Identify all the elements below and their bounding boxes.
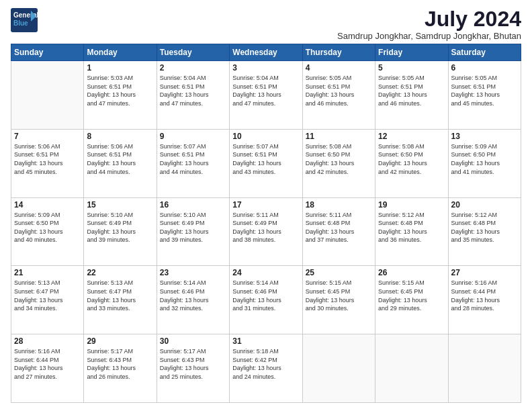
day-content: Sunrise: 5:14 AM Sunset: 6:46 PM Dayligh… <box>160 279 226 312</box>
day-content: Sunrise: 5:05 AM Sunset: 6:51 PM Dayligh… <box>451 74 518 107</box>
header-tuesday: Tuesday <box>157 44 229 61</box>
calendar-table: Sunday Monday Tuesday Wednesday Thursday… <box>11 44 521 403</box>
day-number: 11 <box>306 132 372 141</box>
table-row: 8Sunrise: 5:06 AM Sunset: 6:51 PM Daylig… <box>84 129 157 197</box>
table-row <box>11 61 84 130</box>
table-row: 13Sunrise: 5:09 AM Sunset: 6:50 PM Dayli… <box>448 129 521 197</box>
table-row: 15Sunrise: 5:10 AM Sunset: 6:49 PM Dayli… <box>84 197 157 266</box>
day-number: 18 <box>306 200 372 210</box>
table-row: 26Sunrise: 5:15 AM Sunset: 6:45 PM Dayli… <box>375 266 448 334</box>
day-content: Sunrise: 5:16 AM Sunset: 6:44 PM Dayligh… <box>451 279 518 312</box>
day-number: 1 <box>87 63 153 73</box>
day-content: Sunrise: 5:04 AM Sunset: 6:51 PM Dayligh… <box>160 74 226 107</box>
day-content: Sunrise: 5:09 AM Sunset: 6:50 PM Dayligh… <box>14 211 81 244</box>
day-content: Sunrise: 5:18 AM Sunset: 6:42 PM Dayligh… <box>232 347 299 381</box>
table-row: 9Sunrise: 5:07 AM Sunset: 6:51 PM Daylig… <box>157 129 229 197</box>
month-year-title: July 2024 <box>337 8 521 30</box>
day-number: 19 <box>378 200 445 210</box>
calendar-week-row: 28Sunrise: 5:16 AM Sunset: 6:44 PM Dayli… <box>11 334 521 403</box>
table-row: 28Sunrise: 5:16 AM Sunset: 6:44 PM Dayli… <box>11 334 84 403</box>
calendar-week-row: 1Sunrise: 5:03 AM Sunset: 6:51 PM Daylig… <box>11 61 521 130</box>
calendar-header-row: Sunday Monday Tuesday Wednesday Thursday… <box>11 44 521 61</box>
day-number: 22 <box>87 268 153 277</box>
day-number: 16 <box>160 200 226 210</box>
header-monday: Monday <box>84 44 157 61</box>
header: General Blue July 2024 Samdrup Jongkhar,… <box>11 8 521 41</box>
day-number: 2 <box>160 63 226 73</box>
table-row: 23Sunrise: 5:14 AM Sunset: 6:46 PM Dayli… <box>157 266 229 334</box>
day-number: 30 <box>160 336 226 346</box>
table-row: 3Sunrise: 5:04 AM Sunset: 6:51 PM Daylig… <box>230 61 302 130</box>
day-number: 25 <box>306 268 372 277</box>
day-number: 20 <box>451 200 518 210</box>
day-number: 3 <box>232 63 299 73</box>
page: General Blue July 2024 Samdrup Jongkhar,… <box>0 0 532 411</box>
table-row: 22Sunrise: 5:13 AM Sunset: 6:47 PM Dayli… <box>84 266 157 334</box>
day-content: Sunrise: 5:03 AM Sunset: 6:51 PM Dayligh… <box>87 74 153 107</box>
day-content: Sunrise: 5:10 AM Sunset: 6:49 PM Dayligh… <box>160 211 226 244</box>
table-row: 16Sunrise: 5:10 AM Sunset: 6:49 PM Dayli… <box>157 197 229 266</box>
day-content: Sunrise: 5:10 AM Sunset: 6:49 PM Dayligh… <box>87 211 153 244</box>
day-number: 14 <box>14 200 81 210</box>
day-number: 7 <box>14 132 81 141</box>
day-number: 9 <box>160 132 226 141</box>
day-content: Sunrise: 5:13 AM Sunset: 6:47 PM Dayligh… <box>87 279 153 312</box>
day-number: 27 <box>451 268 518 277</box>
location-text: Samdrup Jongkhar, Samdrup Jongkhar, Bhut… <box>337 31 521 41</box>
table-row: 14Sunrise: 5:09 AM Sunset: 6:50 PM Dayli… <box>11 197 84 266</box>
svg-text:Blue: Blue <box>13 19 28 27</box>
table-row: 12Sunrise: 5:08 AM Sunset: 6:50 PM Dayli… <box>375 129 448 197</box>
table-row: 6Sunrise: 5:05 AM Sunset: 6:51 PM Daylig… <box>448 61 521 130</box>
table-row: 5Sunrise: 5:05 AM Sunset: 6:51 PM Daylig… <box>375 61 448 130</box>
day-number: 24 <box>232 268 299 277</box>
day-number: 17 <box>232 200 299 210</box>
table-row: 7Sunrise: 5:06 AM Sunset: 6:51 PM Daylig… <box>11 129 84 197</box>
table-row: 30Sunrise: 5:17 AM Sunset: 6:43 PM Dayli… <box>157 334 229 403</box>
logo: General Blue <box>11 8 38 32</box>
calendar-week-row: 7Sunrise: 5:06 AM Sunset: 6:51 PM Daylig… <box>11 129 521 197</box>
day-number: 5 <box>378 63 445 73</box>
day-number: 31 <box>232 336 299 346</box>
table-row: 19Sunrise: 5:12 AM Sunset: 6:48 PM Dayli… <box>375 197 448 266</box>
day-number: 28 <box>14 336 81 346</box>
table-row: 27Sunrise: 5:16 AM Sunset: 6:44 PM Dayli… <box>448 266 521 334</box>
table-row <box>302 334 375 403</box>
table-row <box>448 334 521 403</box>
day-number: 21 <box>14 268 81 277</box>
day-content: Sunrise: 5:08 AM Sunset: 6:50 PM Dayligh… <box>378 142 445 176</box>
title-section: July 2024 Samdrup Jongkhar, Samdrup Jong… <box>337 8 521 41</box>
table-row: 11Sunrise: 5:08 AM Sunset: 6:50 PM Dayli… <box>302 129 375 197</box>
day-content: Sunrise: 5:11 AM Sunset: 6:49 PM Dayligh… <box>232 211 299 244</box>
table-row: 4Sunrise: 5:05 AM Sunset: 6:51 PM Daylig… <box>302 61 375 130</box>
day-content: Sunrise: 5:05 AM Sunset: 6:51 PM Dayligh… <box>306 74 372 107</box>
day-number: 10 <box>232 132 299 141</box>
day-content: Sunrise: 5:13 AM Sunset: 6:47 PM Dayligh… <box>14 279 81 312</box>
day-number: 29 <box>87 336 153 346</box>
day-content: Sunrise: 5:14 AM Sunset: 6:46 PM Dayligh… <box>232 279 299 312</box>
table-row: 24Sunrise: 5:14 AM Sunset: 6:46 PM Dayli… <box>230 266 302 334</box>
table-row: 1Sunrise: 5:03 AM Sunset: 6:51 PM Daylig… <box>84 61 157 130</box>
table-row: 31Sunrise: 5:18 AM Sunset: 6:42 PM Dayli… <box>230 334 302 403</box>
table-row: 29Sunrise: 5:17 AM Sunset: 6:43 PM Dayli… <box>84 334 157 403</box>
table-row <box>375 334 448 403</box>
day-content: Sunrise: 5:11 AM Sunset: 6:48 PM Dayligh… <box>306 211 372 244</box>
header-friday: Friday <box>375 44 448 61</box>
day-content: Sunrise: 5:07 AM Sunset: 6:51 PM Dayligh… <box>232 142 299 176</box>
header-saturday: Saturday <box>448 44 521 61</box>
day-content: Sunrise: 5:08 AM Sunset: 6:50 PM Dayligh… <box>306 142 372 176</box>
day-number: 8 <box>87 132 153 141</box>
day-number: 23 <box>160 268 226 277</box>
day-content: Sunrise: 5:15 AM Sunset: 6:45 PM Dayligh… <box>306 279 372 312</box>
day-number: 4 <box>306 63 372 73</box>
table-row: 17Sunrise: 5:11 AM Sunset: 6:49 PM Dayli… <box>230 197 302 266</box>
table-row: 2Sunrise: 5:04 AM Sunset: 6:51 PM Daylig… <box>157 61 229 130</box>
day-number: 12 <box>378 132 445 141</box>
table-row: 21Sunrise: 5:13 AM Sunset: 6:47 PM Dayli… <box>11 266 84 334</box>
header-wednesday: Wednesday <box>230 44 302 61</box>
day-content: Sunrise: 5:06 AM Sunset: 6:51 PM Dayligh… <box>87 142 153 176</box>
day-number: 6 <box>451 63 518 73</box>
day-content: Sunrise: 5:16 AM Sunset: 6:44 PM Dayligh… <box>14 347 81 381</box>
day-content: Sunrise: 5:12 AM Sunset: 6:48 PM Dayligh… <box>451 211 518 244</box>
day-content: Sunrise: 5:15 AM Sunset: 6:45 PM Dayligh… <box>378 279 445 312</box>
table-row: 10Sunrise: 5:07 AM Sunset: 6:51 PM Dayli… <box>230 129 302 197</box>
